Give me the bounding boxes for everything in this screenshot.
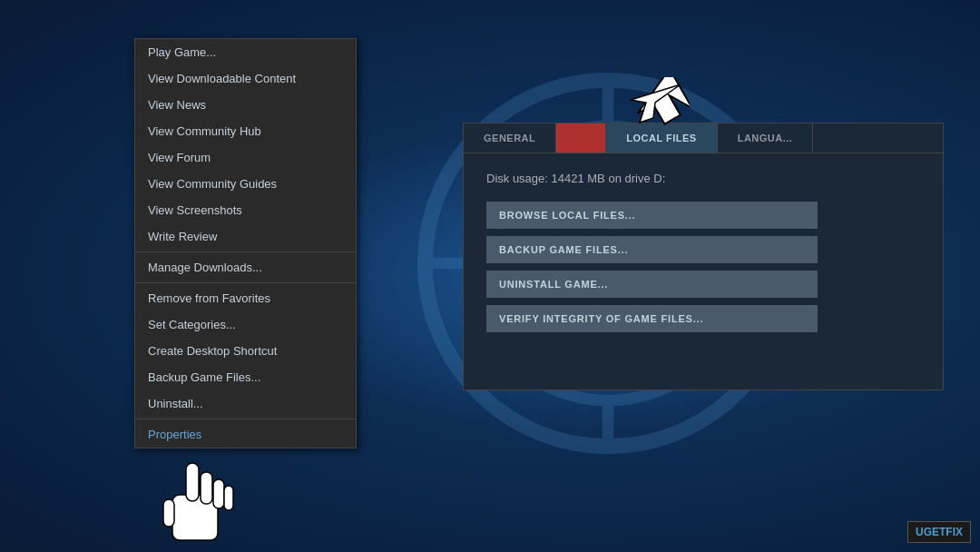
tab-general[interactable]: GENERAL [464,123,556,153]
menu-item-play-game[interactable]: Play Game... [135,39,356,65]
menu-item-set-categories[interactable]: Set Categories... [135,311,356,338]
properties-panel: GENERAL LOCAL FILES LANGUA... Disk usage… [463,123,944,390]
menu-item-view-community-guides[interactable]: View Community Guides [135,171,356,197]
menu-item-create-shortcut[interactable]: Create Desktop Shortcut [135,338,356,364]
menu-item-manage-downloads[interactable]: Manage Downloads... [135,254,356,281]
panel-content: Disk usage: 14421 MB on drive D: BROWSE … [464,153,943,358]
watermark: UGETFIX [907,521,971,543]
watermark-text-plain: UGET [916,526,946,538]
watermark-text-colored: FIX [946,526,963,538]
svg-rect-6 [201,472,212,504]
svg-rect-9 [163,499,174,527]
menu-item-view-community-hub[interactable]: View Community Hub [135,118,356,144]
arrow-cursor [617,77,690,132]
backup-game-files-button[interactable]: BACKUP GAME FILES... [486,236,818,263]
menu-divider-after-manage-downloads [135,282,356,283]
tabs-row: GENERAL LOCAL FILES LANGUA... [464,123,943,153]
menu-item-properties[interactable]: Properties [135,421,356,448]
menu-item-view-screenshots[interactable]: View Screenshots [135,197,356,223]
tab-updates-divider [556,123,606,153]
svg-rect-7 [213,479,224,508]
menu-divider-after-uninstall [135,419,356,419]
menu-divider-after-write-review [135,251,356,252]
menu-item-view-forum[interactable]: View Forum [135,144,356,171]
tab-language[interactable]: LANGUA... [718,123,814,153]
disk-usage-text: Disk usage: 14421 MB on drive D: [486,172,920,185]
menu-item-backup-files[interactable]: Backup Game Files... [135,364,356,390]
menu-item-remove-favorites[interactable]: Remove from Favorites [135,285,356,311]
browse-local-files-button[interactable]: BROWSE LOCAL FILES... [486,202,818,229]
menu-item-view-dlc[interactable]: View Downloadable Content [135,65,356,92]
svg-rect-8 [224,486,233,510]
menu-item-write-review[interactable]: Write Review [135,223,356,250]
menu-item-uninstall[interactable]: Uninstall... [135,390,356,417]
verify-integrity-button[interactable]: VERIFY INTEGRITY OF GAME FILES... [486,305,818,332]
menu-item-view-news[interactable]: View News [135,92,356,118]
svg-rect-5 [186,463,199,501]
context-menu: Play Game...View Downloadable ContentVie… [134,38,357,448]
hand-cursor [159,454,236,552]
uninstall-game-button[interactable]: UNINSTALL GAME... [486,271,818,298]
